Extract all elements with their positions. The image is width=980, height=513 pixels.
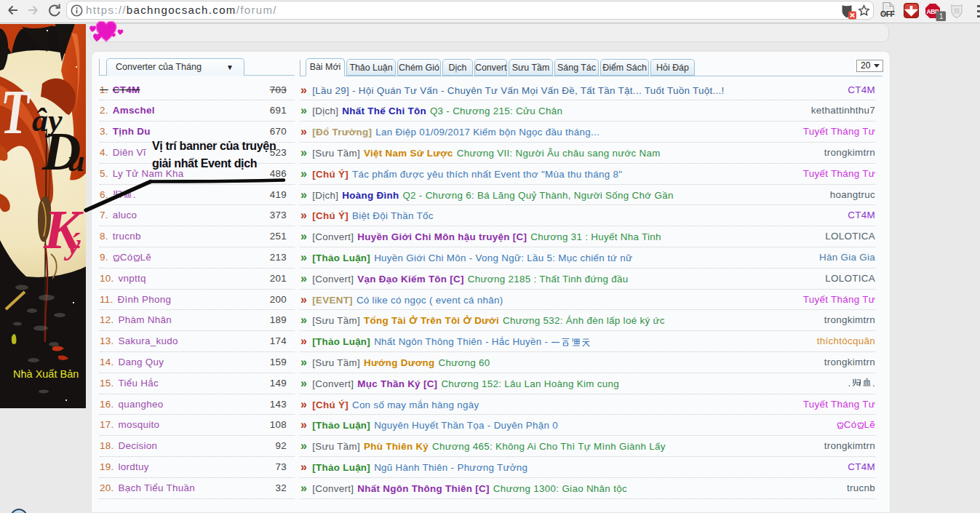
svg-text:1: 1 — [939, 12, 944, 20]
svg-text:Nhà Xuất Bản: Nhà Xuất Bản — [13, 368, 79, 380]
svg-text:OFF: OFF — [880, 9, 896, 18]
